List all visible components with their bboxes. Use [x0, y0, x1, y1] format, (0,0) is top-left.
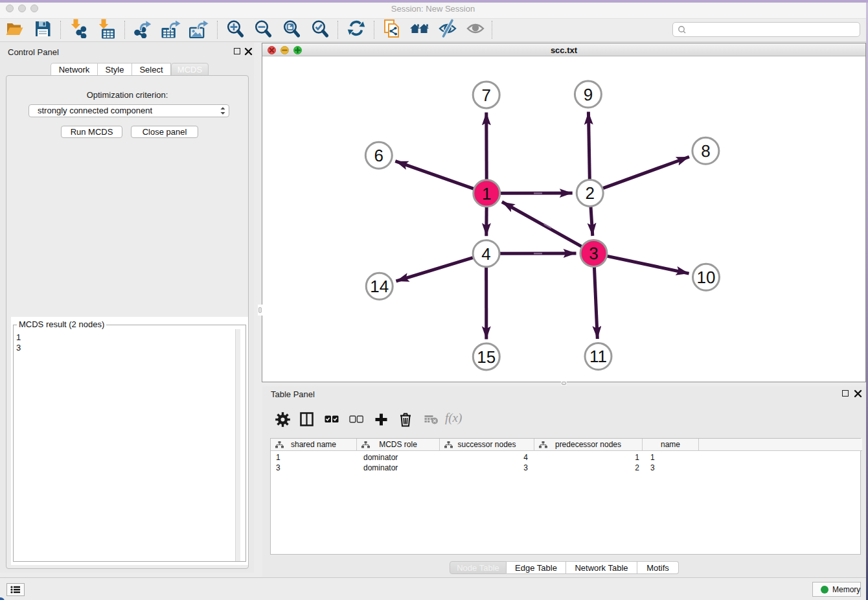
svg-text:1: 1 [482, 184, 491, 203]
svg-text:9: 9 [584, 85, 593, 104]
svg-text:11: 11 [589, 347, 607, 366]
svg-text:8: 8 [701, 141, 710, 161]
svg-text:3: 3 [589, 244, 598, 263]
svg-text:4: 4 [481, 244, 490, 264]
svg-text:2: 2 [585, 183, 594, 203]
svg-text:10: 10 [697, 268, 716, 287]
svg-text:7: 7 [481, 86, 490, 105]
svg-text:6: 6 [374, 146, 383, 165]
svg-text:14: 14 [370, 277, 389, 296]
svg-text:15: 15 [477, 347, 496, 367]
